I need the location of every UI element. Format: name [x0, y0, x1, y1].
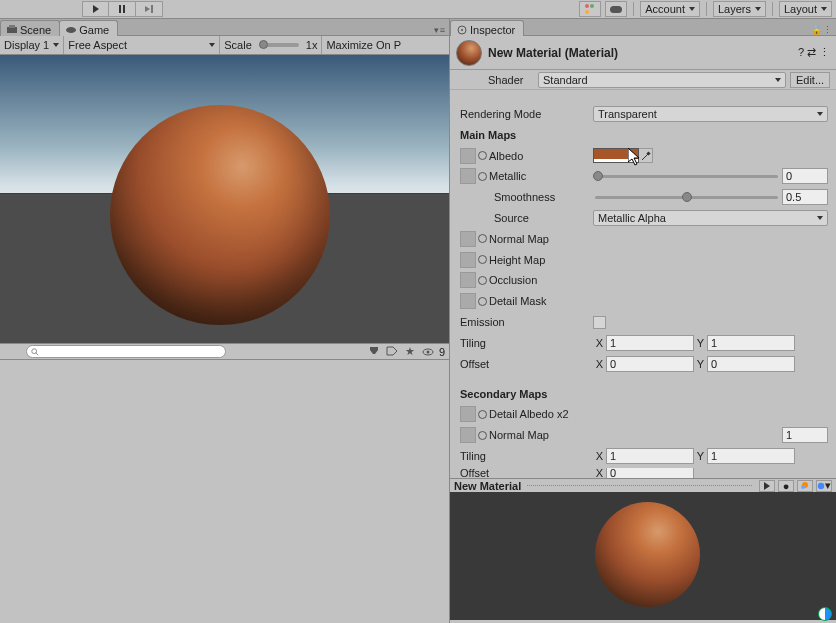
tab-inspector[interactable]: Inspector — [450, 20, 524, 36]
preview-env-icon[interactable]: ▾ — [816, 480, 832, 492]
filter-icon[interactable] — [367, 345, 381, 359]
svg-line-12 — [642, 154, 648, 160]
sec-normalmap-input[interactable] — [782, 427, 828, 443]
scale-control[interactable]: Scale 1x — [220, 36, 322, 54]
inspector-tab-options[interactable]: 🔒⋮ — [807, 25, 836, 35]
shader-value: Standard — [543, 74, 588, 86]
sec-normalmap-texture-slot[interactable] — [460, 427, 476, 443]
game-options-bar: Display 1 Free Aspect Scale 1x Maximize … — [0, 36, 449, 55]
occlusion-texture-slot[interactable] — [460, 272, 476, 288]
pause-icon — [119, 5, 125, 13]
collab-icon — [584, 3, 596, 15]
console-bar: ★ 9 — [0, 343, 449, 360]
offset-y-input[interactable] — [707, 356, 795, 372]
emission-checkbox[interactable] — [593, 316, 606, 329]
sec-normalmap-label: Normal Map — [489, 429, 549, 441]
preview-play-icon[interactable] — [759, 480, 775, 492]
visibility-icon[interactable] — [421, 345, 435, 359]
offset-row: Offset X Y — [458, 355, 828, 373]
source-dropdown[interactable]: Metallic Alpha — [593, 210, 828, 226]
albedo-color-swatch[interactable] — [593, 148, 639, 163]
albedo-texture-slot[interactable] — [460, 148, 476, 164]
metallic-input[interactable] — [782, 168, 828, 184]
left-tab-bar: Scene Game ▾≡ — [0, 19, 449, 36]
tiling-y-input[interactable] — [707, 335, 795, 351]
tiling-x-input[interactable] — [606, 335, 694, 351]
collab-button[interactable] — [579, 1, 601, 17]
smoothness-slider[interactable] — [595, 196, 778, 199]
preview-header[interactable]: New Material ● ▾ — [450, 478, 836, 492]
heightmap-picker-icon[interactable] — [478, 255, 487, 264]
metallic-picker-icon[interactable] — [478, 172, 487, 181]
tab-options[interactable]: ▾≡ — [430, 25, 449, 35]
material-title: New Material (Material) — [488, 46, 618, 60]
svg-point-11 — [461, 29, 463, 31]
account-dropdown[interactable]: Account — [640, 1, 700, 17]
main-maps-heading: Main Maps — [460, 129, 516, 141]
shader-label: Shader — [488, 74, 538, 86]
sec-offset-x-input[interactable] — [606, 468, 694, 478]
svg-marker-6 — [370, 350, 378, 354]
normalmap-picker-icon[interactable] — [478, 234, 487, 243]
services-icon[interactable] — [818, 607, 832, 621]
menu-icon[interactable]: ⋮ — [819, 46, 830, 59]
pause-button[interactable] — [109, 1, 136, 17]
shader-dropdown[interactable]: Standard — [538, 72, 786, 88]
search-input[interactable] — [26, 345, 226, 358]
preset-icon[interactable]: ⇄ — [807, 46, 816, 59]
rendering-mode-row: Rendering Mode Transparent — [458, 105, 828, 123]
game-view[interactable] — [0, 55, 449, 343]
tag-icon[interactable] — [385, 345, 399, 359]
layout-dropdown[interactable]: Layout — [779, 1, 832, 17]
source-label: Source — [494, 212, 529, 224]
offset-x-input[interactable] — [606, 356, 694, 372]
sec-normalmap-picker-icon[interactable] — [478, 431, 487, 440]
play-button[interactable] — [82, 1, 109, 17]
smoothness-label: Smoothness — [494, 191, 555, 203]
layers-dropdown[interactable]: Layers — [713, 1, 766, 17]
svg-point-15 — [801, 485, 805, 489]
detailalbedo-texture-slot[interactable] — [460, 406, 476, 422]
smoothness-input[interactable] — [782, 189, 828, 205]
albedo-picker-icon[interactable] — [478, 151, 487, 160]
top-toolbar: Account Layers Layout — [0, 0, 836, 19]
tab-inspector-label: Inspector — [470, 24, 515, 36]
sec-tiling-x-input[interactable] — [606, 448, 694, 464]
secondary-maps-heading: Secondary Maps — [460, 388, 547, 400]
star-icon[interactable]: ★ — [403, 345, 417, 359]
tab-game[interactable]: Game — [59, 20, 118, 36]
occlusion-picker-icon[interactable] — [478, 276, 487, 285]
search-field[interactable] — [39, 346, 225, 358]
project-panel[interactable] — [0, 360, 449, 623]
step-button[interactable] — [136, 1, 163, 17]
material-header: New Material (Material) ? ⇄ ⋮ — [450, 36, 836, 70]
svg-rect-1 — [9, 25, 15, 28]
heightmap-label: Height Map — [489, 254, 545, 266]
scale-slider[interactable] — [259, 43, 299, 47]
layers-label: Layers — [718, 3, 751, 15]
aspect-dropdown[interactable]: Free Aspect — [64, 36, 220, 54]
eyedropper-button[interactable] — [638, 148, 653, 163]
normalmap-texture-slot[interactable] — [460, 231, 476, 247]
cloud-button[interactable] — [605, 1, 627, 17]
svg-marker-7 — [387, 347, 397, 355]
sec-tiling-y-input[interactable] — [707, 448, 795, 464]
preview-sphere — [595, 502, 700, 607]
display-dropdown[interactable]: Display 1 — [0, 36, 64, 54]
preview-sphere-icon[interactable]: ● — [778, 480, 794, 492]
sec-tiling-row: Tiling X Y — [458, 447, 828, 465]
rendering-mode-dropdown[interactable]: Transparent — [593, 106, 828, 122]
help-icon[interactable]: ? — [798, 46, 804, 59]
detailmask-texture-slot[interactable] — [460, 293, 476, 309]
metallic-texture-slot[interactable] — [460, 168, 476, 184]
tab-scene[interactable]: Scene — [0, 20, 60, 36]
maximize-toggle[interactable]: Maximize On P — [322, 36, 405, 54]
edit-shader-button[interactable]: Edit... — [790, 72, 830, 88]
detailalbedo-picker-icon[interactable] — [478, 410, 487, 419]
preview-light-icon[interactable] — [797, 480, 813, 492]
heightmap-texture-slot[interactable] — [460, 252, 476, 268]
occlusion-label: Occlusion — [489, 274, 537, 286]
material-preview[interactable] — [450, 492, 836, 620]
detailmask-picker-icon[interactable] — [478, 297, 487, 306]
metallic-slider[interactable] — [595, 175, 778, 178]
